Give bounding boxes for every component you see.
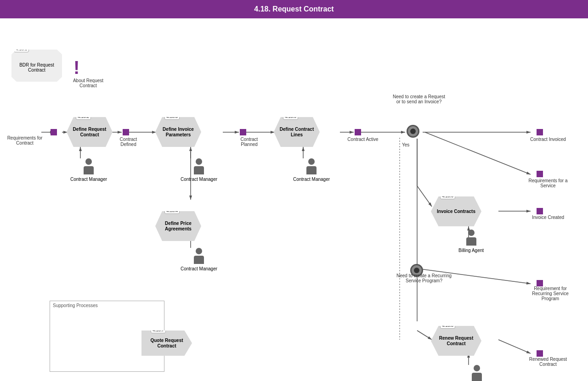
exclaim-icon: ! [74, 57, 79, 78]
contract-invoiced-sq [537, 129, 543, 135]
define-request-label: Define Request Contract [67, 127, 113, 138]
renew-request-hex: 4.18.8 Renew Request Contract [431, 326, 481, 356]
invoice-contracts-label: Invoice Contracts [437, 209, 475, 214]
define-price-label: Define Price Agreements [155, 221, 201, 232]
page-title: 4.18. Request Contract [254, 5, 334, 13]
role-contract-manager-3: Contract Manager [293, 158, 330, 182]
define-invoice-badge: 4.18.3 [164, 113, 180, 120]
invoice-created-label: Invoice Created [527, 215, 569, 220]
decision-1-circle [407, 125, 419, 138]
svg-line-18 [498, 340, 531, 353]
define-invoice-label: Define Invoice Parameters [155, 127, 201, 138]
renew-request-badge: 4.18.8 [440, 322, 455, 329]
contract-active-label: Contract Active [347, 137, 379, 142]
bdr-shape: 4.18.1 BDR for Request Contract [11, 50, 62, 82]
define-price-hex: 4.18.4 Define Price Agreements [155, 211, 201, 241]
role-billing-agent: Billing Agent [458, 230, 484, 253]
define-contract-lines-hex: 4.18.5 Define Contract Lines [274, 117, 320, 147]
about-label: About Request Contract [70, 78, 107, 88]
bdr-badge: 4.18.1 [14, 46, 29, 52]
supporting-processes-box: Supporting Processes 4.18.7 Quote Reques… [50, 301, 164, 372]
define-request-hex: 4.18.2 Define Request Contract [67, 117, 113, 147]
title-bar: 4.18. Request Contract [0, 0, 588, 18]
svg-line-17 [417, 331, 432, 340]
role-contract-manager-1: Contract Manager [70, 158, 107, 182]
invoice-contracts-hex: 4.18.6 Invoice Contracts [431, 196, 481, 226]
req-recurring-label: Requirement for Recurring Service Progra… [527, 286, 573, 301]
quote-badge: 4.18.7 [151, 327, 166, 333]
bdr-label: BDR for Request Contract [11, 59, 62, 73]
connector-sq-4 [355, 129, 361, 135]
invoice-contracts-badge: 4.18.6 [440, 193, 455, 199]
connector-sq-2 [123, 129, 129, 135]
role-contract-manager-5: Contract Manager [458, 365, 495, 381]
renewed-request-label: Renewed Request Contract [527, 357, 569, 367]
invoice-created-sq [537, 208, 543, 214]
req-service-sq [537, 171, 543, 177]
contract-defined-label: Contract Defined [111, 137, 146, 147]
connector-sq-3 [240, 129, 246, 135]
role-label-3: Contract Manager [293, 177, 330, 182]
req-contract-label: Requirements for Contract [0, 135, 50, 146]
svg-line-13 [425, 132, 531, 174]
role-contract-manager-4: Contract Manager [181, 248, 217, 271]
role-label-5: Billing Agent [458, 248, 484, 253]
role-label-1: Contract Manager [70, 177, 107, 182]
define-contract-label: Define Contract Lines [274, 127, 320, 138]
contract-invoiced-label: Contract Invoiced [527, 137, 569, 142]
renewed-request-sq [537, 350, 543, 357]
decision-1-label: Need to create a Request or to send an I… [391, 94, 447, 104]
renew-request-label: Renew Request Contract [431, 336, 481, 347]
req-service-label: Requirements for a Service [527, 178, 569, 188]
svg-line-11 [417, 186, 432, 207]
quote-request-hex: 4.18.7 Quote Request Contract [141, 331, 192, 356]
req-contract-square [51, 129, 57, 135]
role-label-2: Contract Manager [181, 177, 217, 182]
role-label-4: Contract Manager [181, 266, 217, 271]
diagram-area: 4.18.1 BDR for Request Contract ! About … [0, 18, 588, 381]
decision-2-label: Need to create a Recurring Service Progr… [394, 273, 454, 283]
quote-label: Quote Request Contract [141, 338, 192, 349]
define-invoice-hex: 4.18.3 Define Invoice Parameters [155, 117, 201, 147]
req-recurring-sq [537, 280, 543, 286]
supporting-title: Supporting Processes [50, 301, 164, 310]
define-request-badge: 4.18.2 [76, 113, 91, 120]
define-price-badge: 4.18.4 [164, 207, 180, 214]
role-contract-manager-2: Contract Manager [181, 158, 217, 182]
define-contract-badge: 4.18.5 [283, 113, 298, 120]
yes-label: Yes [402, 142, 409, 147]
contract-planned-label: Contract Planned [232, 137, 266, 147]
